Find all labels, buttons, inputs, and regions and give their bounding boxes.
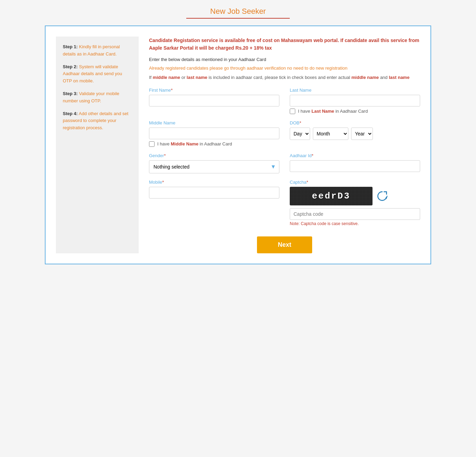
first-name-label: First Name* [149,88,279,93]
name-row: First Name* Last Name I have Last Name i… [149,88,420,114]
dob-group: DOB* Day 12345 678910 1112131415 1617181… [290,120,420,147]
captcha-label: Captcha* [290,180,420,185]
middle-dob-row: Middle Name I have Middle Name in Aadhaa… [149,120,420,147]
form-area: Candidate Registation service is availab… [149,37,420,253]
sidebar-step3: Step 3: Validate your mobile number usin… [63,90,132,105]
middle-name-checkbox-row: I have Middle Name in Aadhaar Card [149,141,279,147]
main-container: Step 1: Kindly fill in personal details … [45,26,431,264]
title-underline [186,18,290,19]
aadhaar-input[interactable] [290,160,420,172]
page-title: New Job Seeker [186,7,290,16]
page-header: New Job Seeker [186,7,290,19]
sidebar-step4: Step 4: Add other details and set passwo… [63,110,132,132]
dob-year-select[interactable]: Year [351,128,373,140]
captcha-text: eedrD3 [312,191,350,201]
last-name-checkbox-row: I have Last Name in Aadhaar Card [290,109,420,114]
captcha-group: Captcha* eedrD3 Note [290,180,420,226]
step2-label: Step 2: [63,64,78,69]
dob-day-select[interactable]: Day 12345 678910 1112131415 1617181920 2… [290,128,310,140]
mobile-input[interactable] [149,187,279,199]
step1-label: Step 1: [63,44,78,49]
announcement-text: Candidate Registation service is availab… [149,37,420,52]
step4-label: Step 4: [63,111,78,116]
gender-select-wrapper: Nothing selected Male Female Other ▼ [149,160,279,173]
sidebar-step2: Step 2: System will validate Aadhaar det… [63,63,132,85]
next-button[interactable]: Next [257,236,312,253]
info-text: Enter the below details as mentioned in … [149,57,420,62]
middle-name-checkbox[interactable] [149,141,155,147]
first-name-input[interactable] [149,95,279,106]
sidebar: Step 1: Kindly fill in personal details … [56,37,139,253]
last-name-input[interactable] [290,95,420,106]
gender-group: Gender* Nothing selected Male Female Oth… [149,153,279,173]
first-name-group: First Name* [149,88,279,114]
middle-name-group: Middle Name I have Middle Name in Aadhaa… [149,120,279,147]
next-button-row: Next [149,236,420,253]
sidebar-step1: Step 1: Kindly fill in personal details … [63,43,132,58]
last-name-label: Last Name [290,88,420,93]
captcha-note: Note: Captcha code is case sensitive. [290,221,420,226]
step3-label: Step 3: [63,91,78,96]
gender-label: Gender* [149,153,279,158]
dob-label: DOB* [290,120,420,125]
dob-selects: Day 12345 678910 1112131415 1617181920 2… [290,128,420,140]
gender-aadhaar-row: Gender* Nothing selected Male Female Oth… [149,153,420,173]
aadhaar-label: Aadhaar Id* [290,153,420,158]
main-layout: Step 1: Kindly fill in personal details … [56,37,420,253]
mobile-group: Mobile* [149,180,279,226]
warning-text: Already registered candidates please go … [149,65,420,71]
aadhaar-group: Aadhaar Id* [290,153,420,173]
last-name-checkbox[interactable] [290,109,295,114]
captcha-area: eedrD3 [290,187,420,205]
dob-month-select[interactable]: Month JanuaryFebruaryMarch AprilMayJune … [313,128,348,140]
captcha-image: eedrD3 [290,187,373,205]
mobile-label: Mobile* [149,180,279,185]
middle-name-input[interactable] [149,128,279,139]
name-note: If middle name or last name is included … [149,74,420,81]
last-name-group: Last Name I have Last Name in Aadhaar Ca… [290,88,420,114]
captcha-code-input[interactable] [290,208,420,220]
mobile-captcha-row: Mobile* Captcha* eedrD3 [149,180,420,226]
refresh-icon[interactable] [376,190,388,202]
gender-select[interactable]: Nothing selected Male Female Other [149,160,279,173]
middle-name-label: Middle Name [149,120,279,125]
